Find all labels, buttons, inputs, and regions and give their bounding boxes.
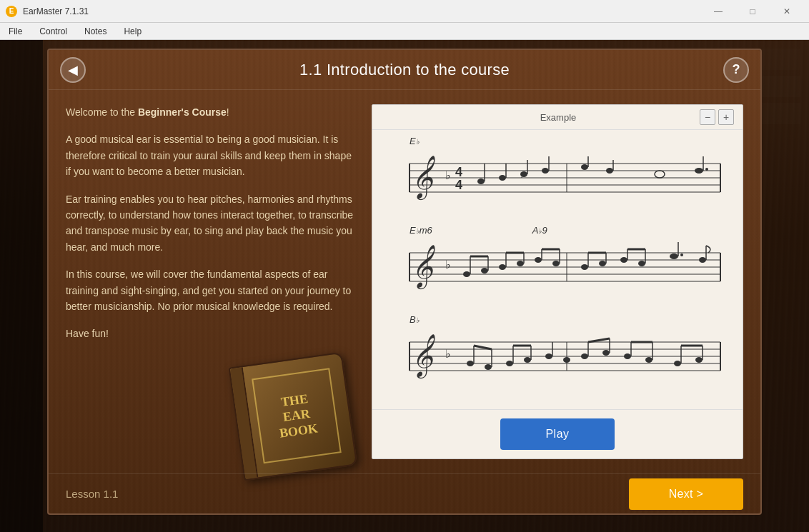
menu-bar: File Control Notes Help xyxy=(0,23,809,40)
svg-point-84 xyxy=(506,361,513,366)
svg-point-67 xyxy=(699,257,706,263)
svg-line-96 xyxy=(588,338,610,342)
svg-point-49 xyxy=(535,257,542,263)
minimize-button[interactable]: — xyxy=(702,0,735,23)
svg-text:𝄞: 𝄞 xyxy=(411,245,435,290)
close-button[interactable]: ✕ xyxy=(770,0,803,23)
title-bar-left: E EarMaster 7.1.31 xyxy=(6,6,89,17)
sheet-scroll[interactable]: E♭ xyxy=(372,130,743,409)
app-icon-text: E xyxy=(9,7,14,15)
svg-point-59 xyxy=(620,257,627,263)
intro-para-3: Ear training enables you to hear pitches… xyxy=(66,191,357,256)
play-button[interactable]: Play xyxy=(500,418,615,450)
svg-point-81 xyxy=(485,364,492,370)
chord-label-1: E♭ xyxy=(410,136,734,146)
svg-text:♭: ♭ xyxy=(520,171,524,179)
staff-svg-2: 𝄞 ♭ xyxy=(381,237,724,294)
intro-para-5: Have fun! xyxy=(66,326,357,341)
book-decoration: THE EAR BOOK xyxy=(229,352,358,481)
svg-point-12 xyxy=(477,179,485,184)
intro-para-2: A good musical ear is essential to being… xyxy=(66,131,357,179)
svg-point-92 xyxy=(581,353,588,359)
menu-notes[interactable]: Notes xyxy=(81,25,109,38)
menu-file[interactable]: File xyxy=(6,25,25,38)
staff-svg-3: 𝄞 ♭ xyxy=(381,326,724,383)
music-section-1: E♭ xyxy=(381,136,734,208)
menu-control[interactable]: Control xyxy=(36,25,70,38)
chord-label-2b: A♭9 xyxy=(532,225,547,236)
svg-point-99 xyxy=(645,357,652,363)
modal-text-area: Welcome to the Beginner's Course! A good… xyxy=(66,104,357,459)
svg-text:4: 4 xyxy=(455,165,462,179)
svg-point-89 xyxy=(545,353,552,359)
chord-label-2a: E♭m6 xyxy=(410,225,432,236)
zoom-out-button[interactable]: − xyxy=(700,109,715,125)
back-icon: ◀ xyxy=(68,62,78,78)
svg-point-44 xyxy=(499,264,506,270)
chord-label-3: B♭ xyxy=(410,314,734,325)
app-title: EarMaster 7.1.31 xyxy=(23,6,89,16)
svg-point-94 xyxy=(602,350,610,356)
sheet-header: Example − + xyxy=(372,105,743,130)
svg-text:♭: ♭ xyxy=(445,348,451,360)
svg-text:♭: ♭ xyxy=(445,259,451,271)
book-title: THE EAR BOOK xyxy=(274,390,319,441)
svg-point-25 xyxy=(655,171,665,178)
svg-point-51 xyxy=(552,261,560,266)
svg-point-97 xyxy=(624,353,631,359)
svg-point-64 xyxy=(670,254,678,259)
svg-point-86 xyxy=(524,357,531,363)
svg-point-54 xyxy=(581,264,588,270)
svg-point-39 xyxy=(463,271,470,277)
modal-title: 1.1 Introduction to the course xyxy=(299,61,510,79)
svg-point-66 xyxy=(680,254,683,256)
svg-text:𝄞: 𝄞 xyxy=(411,156,435,201)
svg-point-91 xyxy=(563,357,570,363)
music-section-2: E♭m6 A♭9 xyxy=(381,225,734,297)
staff-svg-1: 𝄞 ♭ 4 4 xyxy=(381,148,724,205)
svg-point-21 xyxy=(581,164,588,170)
window-controls: — □ ✕ xyxy=(702,0,803,23)
svg-point-41 xyxy=(481,268,488,273)
app-icon: E xyxy=(6,6,17,17)
lesson-label: Lesson 1.1 xyxy=(66,488,118,500)
example-label: Example xyxy=(417,112,700,123)
svg-point-104 xyxy=(695,357,703,363)
help-button[interactable]: ? xyxy=(723,57,749,83)
next-button[interactable]: Next > xyxy=(629,478,743,510)
svg-text:𝄞: 𝄞 xyxy=(411,334,435,379)
svg-text:4: 4 xyxy=(455,178,462,192)
play-button-container: Play xyxy=(372,409,743,458)
modal-dialog: ◀ 1.1 Introduction to the course ? Welco… xyxy=(47,49,762,515)
menu-help[interactable]: Help xyxy=(121,25,144,38)
svg-point-102 xyxy=(674,361,681,366)
svg-point-79 xyxy=(467,361,474,366)
maximize-button[interactable]: □ xyxy=(736,0,769,23)
svg-point-23 xyxy=(606,168,613,174)
modal-footer: Lesson 1.1 Next > xyxy=(49,473,760,513)
svg-point-46 xyxy=(517,261,524,266)
book-inner-border: THE EAR BOOK xyxy=(252,368,342,463)
svg-point-56 xyxy=(599,261,606,266)
zoom-controls: − + xyxy=(700,109,734,125)
title-bar: E EarMaster 7.1.31 — □ ✕ xyxy=(0,0,809,23)
svg-point-28 xyxy=(705,168,708,171)
modal-body: Welcome to the Beginner's Course! A good… xyxy=(49,90,760,473)
intro-para-1: Welcome to the Beginner's Course! xyxy=(66,104,357,120)
sheet-music-area: Example − + E♭ xyxy=(372,104,743,459)
zoom-in-button[interactable]: + xyxy=(718,109,734,125)
intro-para-4: In this course, we will cover the fundam… xyxy=(66,266,357,314)
svg-point-14 xyxy=(499,175,506,181)
svg-text:♭: ♭ xyxy=(445,169,451,181)
help-icon: ? xyxy=(733,62,740,77)
svg-point-19 xyxy=(542,168,549,174)
back-button[interactable]: ◀ xyxy=(60,57,86,83)
app-body: ◀ 1.1 Introduction to the course ? Welco… xyxy=(0,40,809,532)
music-section-3: B♭ 𝄞 xyxy=(381,314,734,386)
modal-overlay: ◀ 1.1 Introduction to the course ? Welco… xyxy=(0,40,809,532)
chord-labels-row: E♭m6 A♭9 xyxy=(410,225,734,236)
svg-point-61 xyxy=(638,261,645,266)
modal-header: ◀ 1.1 Introduction to the course ? xyxy=(49,50,760,90)
svg-line-83 xyxy=(474,346,492,349)
svg-point-26 xyxy=(695,168,703,174)
